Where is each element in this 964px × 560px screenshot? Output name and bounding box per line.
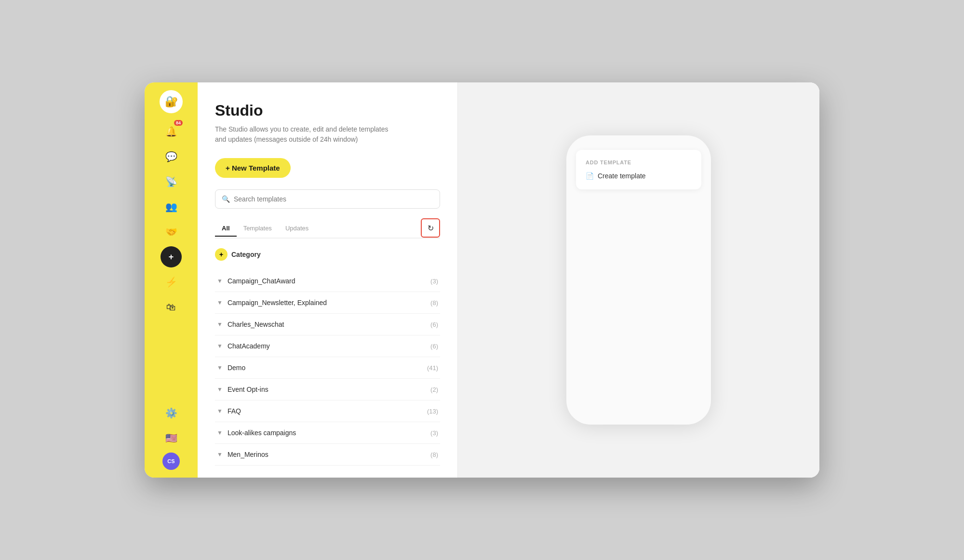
template-list-item[interactable]: ▼ Event Opt-ins (2) xyxy=(215,379,440,400)
chevron-down-icon: ▼ xyxy=(217,278,223,284)
tab-templates[interactable]: Templates xyxy=(237,221,279,237)
filter-row: All Templates Updates ↻ xyxy=(215,218,440,239)
template-item-name: Event Opt-ins xyxy=(228,386,268,393)
filter-tabs: All Templates Updates xyxy=(215,221,421,236)
template-list-item[interactable]: ▼ Men_Merinos (8) xyxy=(215,444,440,466)
template-item-count: (6) xyxy=(430,343,438,350)
template-item-left: ▼ Charles_Newschat xyxy=(217,320,284,328)
template-item-left: ▼ Demo xyxy=(217,364,245,372)
sidebar-logo[interactable]: 🔐 xyxy=(160,90,183,113)
tab-updates[interactable]: Updates xyxy=(279,221,315,237)
template-item-name: Campaign_Newsletter, Explained xyxy=(228,299,327,307)
template-item-left: ▼ Campaign_ChatAward xyxy=(217,277,295,285)
sidebar: 🔐 🔔 84 💬 📡 👥 🤝 + ⚡ xyxy=(145,82,198,478)
create-template-label: Create template xyxy=(598,172,646,180)
plus-icon: + xyxy=(219,251,223,258)
template-list-item[interactable]: ▼ ChatAcademy (6) xyxy=(215,335,440,357)
gear-icon: ⚙️ xyxy=(165,407,177,419)
right-panel: ADD TEMPLATE 📄 Create template xyxy=(458,82,819,478)
sidebar-item-broadcast[interactable]: 📡 xyxy=(161,171,182,192)
shop-icon: 🛍 xyxy=(166,302,176,313)
template-item-name: Men_Merinos xyxy=(228,451,268,458)
template-item-name: FAQ xyxy=(228,407,241,415)
template-list-item[interactable]: ▼ Look-alikes campaigns (3) xyxy=(215,422,440,444)
chevron-down-icon: ▼ xyxy=(217,408,223,414)
template-item-left: ▼ FAQ xyxy=(217,407,241,415)
template-item-count: (8) xyxy=(430,299,438,307)
template-list: ▼ Campaign_ChatAward (3) ▼ Campaign_News… xyxy=(215,270,440,466)
template-list-item[interactable]: ▼ Demo (41) xyxy=(215,357,440,379)
chevron-down-icon: ▼ xyxy=(217,364,223,371)
template-item-name: Demo xyxy=(228,364,245,372)
contacts-icon: 👥 xyxy=(165,201,177,213)
template-item-count: (8) xyxy=(430,451,438,458)
chevron-down-icon: ▼ xyxy=(217,343,223,349)
template-item-name: Charles_Newschat xyxy=(228,320,284,328)
template-item-name: Look-alikes campaigns xyxy=(228,429,296,437)
user-avatar[interactable]: CS xyxy=(162,453,180,470)
template-item-left: ▼ Men_Merinos xyxy=(217,451,268,458)
page-subtitle: The Studio allows you to create, edit an… xyxy=(215,124,440,145)
main-content: Studio The Studio allows you to create, … xyxy=(198,82,819,478)
search-icon: 🔍 xyxy=(222,195,230,203)
template-item-count: (2) xyxy=(430,386,438,393)
fingerprint-icon: 🔐 xyxy=(165,95,178,108)
notification-badge: 84 xyxy=(174,120,183,126)
category-label: Category xyxy=(231,251,261,258)
search-input[interactable] xyxy=(215,189,440,209)
template-list-item[interactable]: ▼ Charles_Newschat (6) xyxy=(215,314,440,335)
template-item-name: Campaign_ChatAward xyxy=(228,277,295,285)
chevron-down-icon: ▼ xyxy=(217,299,223,306)
bell-icon: 🔔 xyxy=(165,126,177,137)
template-item-count: (6) xyxy=(430,321,438,328)
sidebar-item-chat[interactable]: 💬 xyxy=(161,146,182,167)
sidebar-bottom: ⚙️ 🇺🇸 CS xyxy=(161,402,182,470)
compose-icon: + xyxy=(169,252,174,262)
support-icon: 🤝 xyxy=(165,226,177,238)
flag-icon: 🇺🇸 xyxy=(165,432,177,444)
chat-icon: 💬 xyxy=(165,151,177,162)
add-template-card-title: ADD TEMPLATE xyxy=(586,160,692,165)
template-list-item[interactable]: ▼ Campaign_Newsletter, Explained (8) xyxy=(215,292,440,314)
create-template-row[interactable]: 📄 Create template xyxy=(586,172,692,180)
sidebar-item-support[interactable]: 🤝 xyxy=(161,221,182,242)
chevron-down-icon: ▼ xyxy=(217,429,223,436)
phone-preview: ADD TEMPLATE 📄 Create template xyxy=(566,135,711,425)
refresh-icon: ↻ xyxy=(428,224,434,233)
sidebar-item-settings[interactable]: ⚙️ xyxy=(161,402,182,424)
left-panel: Studio The Studio allows you to create, … xyxy=(198,82,458,478)
template-item-count: (3) xyxy=(430,429,438,437)
template-item-left: ▼ Look-alikes campaigns xyxy=(217,429,296,437)
sidebar-item-contacts[interactable]: 👥 xyxy=(161,196,182,217)
template-item-left: ▼ Campaign_Newsletter, Explained xyxy=(217,299,327,307)
category-add-button[interactable]: + xyxy=(215,248,228,261)
page-title: Studio xyxy=(215,102,440,120)
category-row: + Category xyxy=(215,248,440,261)
new-template-button[interactable]: + New Template xyxy=(215,158,291,178)
tab-all[interactable]: All xyxy=(215,221,237,237)
sidebar-nav: 🔔 84 💬 📡 👥 🤝 + ⚡ 🛍 xyxy=(161,121,182,402)
chevron-down-icon: ▼ xyxy=(217,386,223,393)
template-item-left: ▼ ChatAcademy xyxy=(217,342,270,350)
template-list-item[interactable]: ▼ Campaign_ChatAward (3) xyxy=(215,270,440,292)
chevron-down-icon: ▼ xyxy=(217,451,223,458)
template-item-count: (3) xyxy=(430,278,438,285)
sidebar-item-shop[interactable]: 🛍 xyxy=(161,296,182,318)
template-item-count: (41) xyxy=(427,364,438,372)
template-item-count: (13) xyxy=(427,408,438,415)
sidebar-item-language[interactable]: 🇺🇸 xyxy=(161,427,182,449)
chevron-down-icon: ▼ xyxy=(217,321,223,328)
sidebar-item-compose[interactable]: + xyxy=(161,246,182,267)
template-list-item[interactable]: ▼ FAQ (13) xyxy=(215,400,440,422)
sidebar-item-automation[interactable]: ⚡ xyxy=(161,271,182,293)
broadcast-icon: 📡 xyxy=(165,176,177,187)
document-icon: 📄 xyxy=(586,172,594,180)
refresh-button[interactable]: ↻ xyxy=(421,218,440,238)
template-item-left: ▼ Event Opt-ins xyxy=(217,386,268,393)
add-template-card: ADD TEMPLATE 📄 Create template xyxy=(576,150,701,189)
avatar-initials: CS xyxy=(167,458,174,464)
sidebar-item-notifications[interactable]: 🔔 84 xyxy=(161,121,182,142)
search-container: 🔍 xyxy=(215,189,440,209)
template-item-name: ChatAcademy xyxy=(228,342,270,350)
lightning-icon: ⚡ xyxy=(165,276,177,288)
